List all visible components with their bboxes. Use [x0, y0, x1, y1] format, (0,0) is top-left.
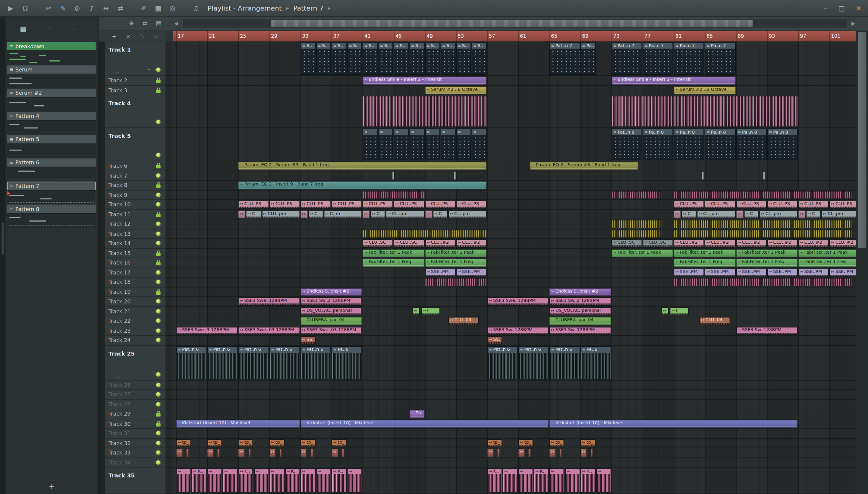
clip[interactable]: ↦C — [433, 210, 448, 218]
draw-icon[interactable]: ✎ — [59, 4, 67, 12]
clip[interactable] — [279, 449, 282, 457]
pattern-item-pattern-5[interactable]: ≡Pattern 5 — [7, 135, 96, 158]
track-header-26[interactable]: Track 26 — [105, 380, 165, 390]
clip[interactable]: ↦CL..pm — [386, 210, 425, 218]
clip[interactable]: ×CLU..SC — [612, 239, 642, 247]
clip[interactable]: ↦C — [246, 210, 261, 218]
clip[interactable]: ↦tp_..in — [207, 439, 222, 447]
clip[interactable]: ≡Pat..n 6 — [270, 346, 300, 379]
clip[interactable]: ↦ — [503, 468, 518, 493]
clip[interactable]: ↦C — [370, 210, 386, 218]
lock-icon[interactable] — [156, 185, 161, 188]
minimize-button[interactable]: – — [824, 4, 827, 12]
clip[interactable]: ↦K.. — [487, 468, 502, 493]
clip[interactable]: ≡S.. — [440, 42, 455, 75]
track-header-25[interactable]: Track 25... — [105, 345, 165, 380]
clip[interactable] — [612, 96, 797, 127]
clip[interactable]: ↦F — [670, 307, 689, 315]
clip[interactable]: ≡S.. — [347, 42, 362, 75]
clip[interactable]: ↦CLU..04 — [699, 317, 730, 325]
clip[interactable]: ↦ — [565, 468, 580, 493]
clip[interactable]: ≡Pat..n 6 — [176, 346, 206, 379]
swap-tool-icon[interactable]: ⇄ — [154, 33, 159, 39]
lock-icon[interactable] — [156, 262, 161, 265]
clip[interactable]: ↦CLU..#2 — [705, 239, 735, 247]
clip[interactable]: ↦tp_..in — [518, 439, 533, 447]
clip[interactable]: ↦C — [682, 210, 696, 218]
clip[interactable]: ↦CLU..PS — [829, 201, 856, 209]
clip[interactable]: ↦SSE3 Swe..03 128BPM — [300, 327, 362, 335]
select-icon[interactable]: ▣ — [154, 4, 162, 12]
clip[interactable]: ≡S.. — [378, 42, 393, 75]
clip[interactable]: ↦CLU..#2 — [829, 239, 856, 247]
clip[interactable]: ≡Pa..n 8 — [643, 129, 673, 160]
mute-light[interactable] — [156, 441, 161, 445]
clip[interactable]: ↦C..m — [324, 210, 362, 218]
pattern-item-pattern-6[interactable]: ≡Pattern 6 — [7, 158, 96, 181]
clip[interactable]: ↦ — [674, 210, 681, 218]
track-header-7[interactable]: Track 7 — [105, 171, 165, 180]
clip[interactable]: ≡S.. — [456, 42, 471, 75]
clip[interactable]: ≡S.. — [300, 42, 316, 75]
clip[interactable] — [612, 191, 662, 199]
clip[interactable]: ↦CLU..PS — [362, 201, 393, 209]
clip[interactable]: ↦CLU..PS — [425, 201, 455, 209]
track-header-16[interactable]: Track 16 — [105, 258, 165, 268]
clip[interactable]: ≡Pa..n 8 — [736, 129, 766, 160]
clip[interactable]: ↦DS_VOLAC..personal — [549, 307, 611, 315]
timeline-ruler[interactable]: 1721252933374145495357616569737781858993… — [166, 31, 856, 42]
clip[interactable]: ∼FabFilter..ter 1 Peak — [612, 249, 673, 257]
track-header-5[interactable]: Track 5 — [105, 128, 165, 161]
track-header-32[interactable]: Track 32 — [105, 438, 165, 448]
track-header-24[interactable]: Track 24 — [105, 336, 165, 345]
track-header-10[interactable]: Track 10 — [105, 200, 165, 210]
clip[interactable]: ↦CLU..PS — [300, 201, 331, 209]
clip[interactable]: ↦tp_..in — [238, 439, 253, 447]
clip[interactable]: ↦ — [300, 210, 308, 218]
clip[interactable]: ↦CLU..#2 — [798, 239, 829, 247]
clip[interactable]: ≡Pa..n 7 — [643, 42, 673, 75]
clip[interactable]: ∼Endless S..ensit #2 — [549, 288, 611, 296]
clip[interactable]: ≡Pa..7 — [580, 42, 595, 75]
track-header-21[interactable]: Track 21 — [105, 307, 165, 316]
clip[interactable]: ↦ — [362, 210, 370, 218]
clip[interactable]: ↦DS_VOLAC..personal — [300, 307, 362, 315]
clip[interactable] — [362, 96, 487, 127]
brush-icon[interactable]: ✐ — [140, 4, 148, 12]
mute-light[interactable] — [156, 338, 161, 343]
clip[interactable] — [311, 449, 313, 457]
clip[interactable]: ∼Endless S..ensit #2 — [300, 288, 362, 296]
lock-icon[interactable] — [156, 165, 161, 169]
track-header-3[interactable]: Track 3 — [105, 86, 165, 95]
clip[interactable]: ∼Serum #2 ..B Octave — [674, 86, 736, 94]
mute-light[interactable] — [156, 153, 161, 157]
clip[interactable]: ∼FabFilter..ter 1 Peak — [362, 249, 425, 257]
mute-light[interactable] — [156, 383, 161, 387]
clip[interactable]: ∼CLUBERA..par_04 — [300, 317, 362, 325]
close-button[interactable]: ✕ — [856, 4, 861, 12]
mute-light[interactable] — [156, 202, 161, 207]
clip[interactable]: ↦SS..M — [300, 336, 316, 344]
find-patterns-icon[interactable]: ⊞ — [46, 25, 52, 33]
clip[interactable] — [763, 171, 765, 179]
clip[interactable]: ∼Endless Smile - Insert 2 - Intensit — [612, 76, 735, 84]
vertical-scrollbar[interactable] — [856, 31, 868, 494]
clip[interactable]: ↦ — [332, 449, 338, 457]
clip[interactable]: ↦ — [316, 468, 331, 493]
pattern-item-pattern-8[interactable]: ≡Pattern 8 — [7, 205, 96, 228]
clip[interactable]: ≡S.. — [409, 42, 425, 75]
picker-panel-icon[interactable]: ▦ — [20, 25, 26, 33]
clip[interactable]: ↦ — [270, 449, 276, 457]
picker-tool-icon[interactable]: ⊕ — [129, 20, 134, 27]
add-track-button[interactable]: + — [112, 33, 116, 39]
clip[interactable] — [392, 171, 394, 179]
clip[interactable]: ≡ — [394, 129, 409, 160]
arrangement-grid[interactable]: ≡S..≡S..≡S..≡S..≡S..≡S..≡S..≡S..≡S..≡S..… — [166, 42, 856, 494]
clip[interactable]: ≡Pat..n 7 — [612, 42, 642, 75]
clip[interactable]: ≡S.. — [394, 42, 409, 75]
track-header-14[interactable]: Track 14 — [105, 239, 165, 248]
clip[interactable]: ↦ — [549, 468, 565, 493]
clip[interactable]: ≡Pa..n 7 — [705, 42, 735, 75]
clip[interactable]: ≡Pa..n 8 — [674, 129, 704, 160]
track-header-12[interactable]: Track 12 — [105, 219, 165, 229]
